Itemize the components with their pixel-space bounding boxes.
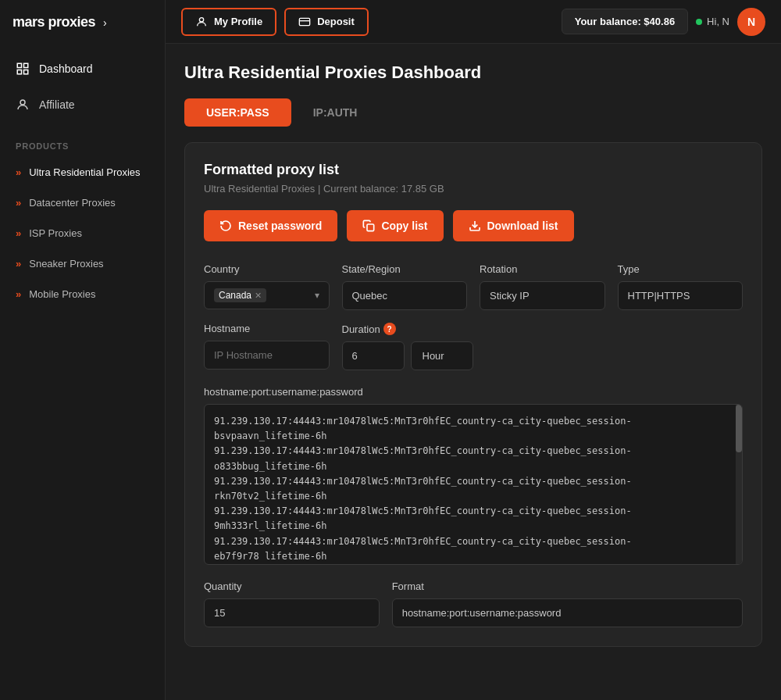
country-value: Canada — [219, 290, 251, 301]
country-tag: Canada ✕ — [214, 288, 266, 302]
affiliate-icon — [16, 98, 30, 112]
topnav: My Profile Deposit Your balance: $40.86 … — [166, 0, 781, 44]
proxy-list-format-label: hostname:port:username:password — [204, 386, 743, 398]
bottom-row: Quantity Format — [204, 580, 743, 627]
tabs: USER:PASS IP:AUTH — [184, 98, 762, 127]
action-buttons: Reset password Copy list Download list — [204, 210, 743, 241]
double-chevron-icon-5: » — [16, 288, 21, 300]
type-group: Type — [618, 263, 744, 310]
quantity-input[interactable] — [204, 598, 380, 627]
logo[interactable]: mars proxies › — [0, 0, 165, 45]
rotation-input[interactable] — [480, 281, 605, 310]
download-icon — [469, 220, 481, 232]
sidebar-product-sneaker-label: Sneaker Proxies — [29, 258, 103, 270]
sidebar-item-isp[interactable]: » ISP Proxies — [0, 218, 165, 248]
sidebar: mars proxies › Dashboard Affiliate PRODU… — [0, 0, 166, 700]
state-input[interactable] — [342, 281, 468, 310]
online-indicator: Hi, N — [696, 16, 729, 27]
duration-value-input[interactable] — [342, 341, 405, 370]
duration-label: Duration ? — [342, 323, 605, 335]
page-title: Ultra Residential Proxies Dashboard — [184, 62, 762, 83]
sidebar-nav: Dashboard Affiliate — [0, 45, 165, 129]
quantity-group: Quantity — [204, 580, 380, 627]
reset-password-label: Reset password — [238, 220, 322, 232]
svg-rect-2 — [17, 70, 21, 74]
proxy-card: Formatted proxy list Ultra Residential P… — [184, 142, 762, 647]
format-group: Format — [392, 580, 743, 627]
svg-rect-7 — [367, 224, 374, 231]
state-label: State/Region — [342, 263, 468, 275]
reset-password-button[interactable]: Reset password — [204, 210, 337, 241]
hostname-label: Hostname — [204, 323, 330, 334]
country-remove-icon[interactable]: ✕ — [255, 291, 262, 301]
svg-rect-0 — [17, 63, 21, 67]
hostname-group: Hostname — [204, 323, 330, 370]
sidebar-item-affiliate-label: Affiliate — [39, 98, 75, 111]
form-grid: Country Canada ✕ ▾ State/Region Rotation — [204, 263, 743, 310]
double-chevron-icon: » — [16, 166, 21, 178]
profile-icon — [195, 16, 208, 28]
balance-value: $40.86 — [644, 16, 675, 27]
hostname-duration-row: Hostname Duration ? Hour — [204, 323, 743, 370]
proxy-list-textarea[interactable] — [205, 405, 742, 561]
content: Ultra Residential Proxies Dashboard USER… — [166, 44, 781, 700]
download-list-button[interactable]: Download list — [453, 210, 574, 241]
type-input[interactable] — [618, 281, 744, 310]
balance-prefix: Your balance: — [575, 16, 641, 27]
format-label: Format — [392, 580, 743, 592]
balance-badge: Your balance: $40.86 — [562, 9, 688, 34]
proxy-list-wrapper — [204, 404, 743, 565]
sidebar-item-affiliate[interactable]: Affiliate — [0, 87, 165, 123]
country-select[interactable]: Canada ✕ ▾ — [204, 281, 330, 309]
format-input[interactable] — [392, 598, 743, 627]
deposit-label: Deposit — [317, 16, 355, 27]
hostname-input[interactable] — [204, 341, 330, 370]
my-profile-button[interactable]: My Profile — [181, 8, 276, 36]
sidebar-item-sneaker[interactable]: » Sneaker Proxies — [0, 248, 165, 279]
svg-rect-1 — [24, 63, 28, 67]
download-list-label: Download list — [487, 220, 558, 232]
sidebar-product-ultra-residential-label: Ultra Residential Proxies — [29, 166, 140, 178]
duration-inputs: Hour — [342, 341, 605, 370]
double-chevron-icon-2: » — [16, 197, 21, 209]
country-group: Country Canada ✕ ▾ — [204, 263, 330, 310]
products-section-label: PRODUCTS — [0, 129, 165, 157]
svg-rect-6 — [299, 18, 309, 25]
copy-list-button[interactable]: Copy list — [347, 210, 443, 241]
card-title: Formatted proxy list — [204, 162, 743, 178]
sidebar-product-isp-label: ISP Proxies — [29, 227, 82, 239]
dashboard-icon — [16, 62, 30, 76]
type-label: Type — [618, 263, 744, 275]
duration-group: Duration ? Hour — [342, 323, 605, 370]
duration-info-icon[interactable]: ? — [383, 323, 396, 335]
reset-icon — [219, 220, 232, 232]
card-subtitle: Ultra Residential Proxies | Current bala… — [204, 183, 743, 195]
sidebar-item-dashboard[interactable]: Dashboard — [0, 51, 165, 87]
chevron-right-icon: › — [103, 16, 107, 29]
scrollbar-track — [736, 405, 742, 564]
sidebar-item-mobile[interactable]: » Mobile Proxies — [0, 279, 165, 309]
avatar-initial: N — [747, 16, 755, 28]
svg-point-4 — [20, 100, 25, 105]
main: My Profile Deposit Your balance: $40.86 … — [166, 0, 781, 700]
deposit-button[interactable]: Deposit — [284, 8, 369, 36]
duration-unit: Hour — [411, 341, 473, 370]
logo-text: mars proxies — [12, 14, 95, 30]
sidebar-item-ultra-residential[interactable]: » Ultra Residential Proxies — [0, 157, 165, 188]
avatar[interactable]: N — [737, 8, 765, 36]
double-chevron-icon-3: » — [16, 227, 21, 239]
tab-userpass[interactable]: USER:PASS — [184, 98, 291, 127]
copy-icon — [362, 220, 375, 232]
scrollbar-thumb — [736, 405, 742, 452]
state-group: State/Region — [342, 263, 468, 310]
sidebar-item-datacenter[interactable]: » Datacenter Proxies — [0, 188, 165, 218]
tab-ipauth[interactable]: IP:AUTH — [291, 98, 380, 127]
copy-list-label: Copy list — [381, 220, 427, 232]
svg-rect-3 — [24, 70, 28, 74]
sidebar-product-datacenter-label: Datacenter Proxies — [29, 197, 116, 209]
double-chevron-icon-4: » — [16, 258, 21, 270]
online-dot — [696, 19, 702, 25]
sidebar-item-dashboard-label: Dashboard — [39, 62, 93, 75]
deposit-icon — [298, 16, 311, 28]
svg-point-5 — [199, 17, 203, 21]
